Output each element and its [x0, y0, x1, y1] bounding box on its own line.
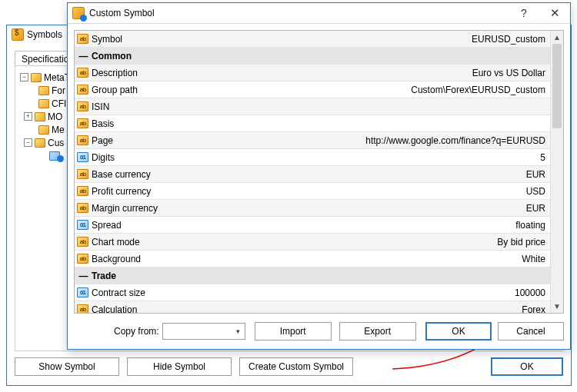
text-prop-icon: ab	[77, 186, 88, 196]
dialog-cancel-button[interactable]: Cancel	[498, 322, 564, 341]
property-row[interactable]: abMargin currencyEUR	[75, 200, 550, 217]
symbol-gear-icon	[72, 7, 85, 19]
property-row[interactable]: abBase currencyEUR	[75, 166, 550, 183]
property-value[interactable]: White	[205, 251, 550, 267]
tree-collapse-icon[interactable]: −	[24, 138, 32, 147]
scroll-up-icon[interactable]: ▲	[551, 31, 563, 44]
numeric-prop-icon: 01	[77, 220, 88, 230]
folder-icon	[38, 86, 49, 95]
copy-from-label: Copy from:	[114, 326, 159, 337]
tree-expand-icon[interactable]: +	[24, 112, 32, 121]
property-key: Margin currency	[92, 203, 158, 214]
tree-collapse-icon[interactable]: −	[20, 73, 28, 81]
property-row[interactable]: abGroup pathCustom\Forex\EURUSD_custom	[75, 81, 550, 98]
property-key: Base currency	[92, 169, 151, 180]
symbols-ok-button[interactable]: OK	[491, 357, 563, 376]
property-row[interactable]: abChart modeBy bid price	[75, 234, 550, 251]
tree-item-label: CFI	[52, 98, 66, 109]
property-key: Description	[92, 68, 138, 78]
property-value[interactable]	[205, 98, 550, 115]
property-row[interactable]: 01Digits5	[75, 149, 550, 166]
folder-icon	[31, 73, 42, 82]
folder-icon	[35, 138, 45, 148]
property-value[interactable]: EUR	[205, 200, 550, 217]
dialog-footer: Copy from: ▾ Import Export OK Cancel	[74, 321, 564, 341]
property-value[interactable]: 5	[205, 149, 550, 166]
symbols-title: Symbols	[27, 29, 62, 40]
tree-item-label: Me	[52, 125, 65, 135]
property-key: Page	[92, 135, 113, 146]
property-row[interactable]: 01Spreadfloating	[75, 217, 550, 234]
text-prop-icon: ab	[77, 101, 88, 111]
tree-item-label: Cus	[48, 138, 64, 148]
property-value[interactable]: floating	[205, 217, 550, 234]
property-key: Trade	[92, 271, 116, 281]
hide-symbol-button[interactable]: Hide Symbol	[127, 357, 232, 376]
property-row[interactable]: abPagehttp://www.google.com/finance?q=EU…	[75, 132, 550, 149]
dialog-ok-button[interactable]: OK	[425, 322, 492, 341]
help-button[interactable]: ?	[509, 3, 539, 24]
vertical-scrollbar[interactable]: ▲ ▼	[550, 31, 563, 313]
property-value[interactable]: http://www.google.com/finance?q=EURUSD	[205, 132, 550, 149]
property-row[interactable]: abISIN	[75, 98, 550, 115]
symbols-footer: Show Symbol Hide Symbol Create Custom Sy…	[15, 357, 563, 377]
property-key: Contract size	[92, 287, 145, 298]
property-value[interactable]: Forex	[205, 301, 550, 314]
folder-icon	[38, 125, 49, 135]
property-row[interactable]: abBackgroundWhite	[75, 251, 550, 267]
numeric-prop-icon: 01	[77, 152, 88, 162]
property-grid[interactable]: abSymbolEURUSD_custom—CommonabDescriptio…	[74, 30, 564, 314]
import-button[interactable]: Import	[255, 322, 332, 341]
property-row[interactable]: abSymbolEURUSD_custom	[75, 31, 550, 48]
create-custom-symbol-button[interactable]: Create Custom Symbol	[239, 357, 353, 376]
property-key: Chart mode	[92, 237, 140, 247]
close-button[interactable]: ✕	[539, 3, 570, 24]
dollar-folder-icon	[12, 28, 24, 41]
property-row[interactable]: abBasis	[75, 115, 550, 132]
dialog-titlebar[interactable]: Custom Symbol ? ✕	[68, 3, 570, 24]
property-key: Digits	[92, 152, 115, 163]
tree-item-label: MO	[48, 111, 62, 122]
property-value[interactable]: EURUSD_custom	[205, 31, 550, 48]
custom-symbol-dialog: Custom Symbol ? ✕ abSymbolEURUSD_custom—…	[67, 2, 571, 350]
property-key: Profit currency	[92, 186, 151, 197]
gear-badge-icon	[57, 155, 64, 162]
property-row[interactable]: —Common	[75, 48, 550, 65]
property-value[interactable]: USD	[205, 183, 550, 200]
scroll-down-icon[interactable]: ▼	[551, 300, 563, 313]
property-value[interactable]: Custom\Forex\EURUSD_custom	[205, 81, 550, 98]
property-key: Symbol	[92, 34, 122, 45]
property-value[interactable]: Euro vs US Dollar	[205, 65, 550, 81]
tree-item-label: For	[52, 85, 65, 96]
property-key: Group path	[92, 85, 138, 95]
property-key: Common	[92, 51, 132, 61]
folder-icon	[38, 99, 49, 108]
text-prop-icon: ab	[77, 118, 88, 128]
property-key: Spread	[92, 220, 122, 231]
property-value[interactable]	[205, 115, 550, 132]
show-symbol-button[interactable]: Show Symbol	[15, 357, 119, 376]
property-row[interactable]: abCalculationForex	[75, 301, 550, 314]
property-value[interactable]: 100000	[205, 284, 550, 301]
text-prop-icon: ab	[77, 68, 88, 78]
copy-from-combo[interactable]: ▾	[162, 323, 245, 340]
property-row[interactable]: 01Contract size100000	[75, 284, 550, 301]
text-prop-icon: ab	[77, 34, 88, 44]
property-key: Calculation	[92, 304, 137, 314]
property-key: ISIN	[92, 101, 109, 112]
dialog-title: Custom Symbol	[89, 8, 509, 18]
text-prop-icon: ab	[77, 304, 88, 313]
text-prop-icon: ab	[77, 85, 88, 95]
property-value[interactable]: By bid price	[205, 234, 550, 251]
chevron-down-icon: ▾	[232, 327, 245, 335]
text-prop-icon: ab	[77, 203, 88, 213]
folder-icon	[35, 112, 45, 121]
property-row[interactable]: —Trade	[75, 267, 550, 284]
property-value[interactable]	[205, 48, 550, 65]
scrollbar-thumb[interactable]	[552, 44, 562, 128]
property-value[interactable]: EUR	[205, 166, 550, 183]
property-row[interactable]: abProfit currencyUSD	[75, 183, 550, 200]
property-row[interactable]: abDescriptionEuro vs US Dollar	[75, 65, 550, 81]
property-value[interactable]	[205, 267, 550, 284]
export-button[interactable]: Export	[339, 322, 416, 341]
